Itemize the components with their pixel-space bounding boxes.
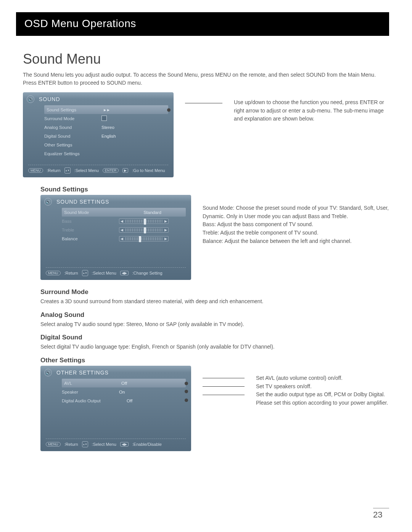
osd-item-equalizer-settings[interactable]: Equalizer Settings (44, 149, 168, 158)
other-settings-row: 🔊 OTHER SETTINGS AVL Off Speaker On Digi… (40, 366, 389, 451)
osd-item-value: Stereo (101, 125, 168, 130)
leftright-icon: ◀▶ (120, 442, 129, 447)
menu-button-icon: MENU (46, 271, 61, 275)
updown-icon: ▲▼ (82, 270, 88, 276)
speaker-icon: 🔊 (27, 95, 34, 103)
footer-select: :Select Menu (92, 271, 116, 275)
sound-menu-panel: 🔊 SOUND Sound Settings ▸ ▸ Surround Mode… (23, 92, 174, 177)
osd-item-value: Off (127, 399, 186, 403)
callout-dot-icon (185, 399, 188, 402)
page-header: OSD Menu Operations (16, 12, 389, 36)
osd-item-value: On (119, 390, 186, 394)
osd-item-label: Other Settings (44, 143, 101, 147)
footer-select: :Select Menu (74, 168, 99, 173)
osd-title: SOUND (39, 96, 168, 102)
footer-return: :Return (47, 168, 61, 173)
digital-heading: Digital Sound (40, 334, 389, 341)
footer-goto: :Go to Next Menu (132, 168, 165, 173)
callout-avl: Set AVL (auto volume control) on/off. (256, 374, 389, 383)
osd-item-treble: Treble ◀▶ (62, 225, 186, 234)
analog-desc: Select analog TV audio sound type: Stere… (40, 320, 389, 329)
speaker-icon: 🔊 (44, 198, 52, 206)
page-number: 23 (373, 508, 389, 520)
callout-speaker: Set TV speakers on/off. (256, 383, 389, 391)
osd-item-label: Bass (62, 219, 119, 223)
osd-item-other-settings[interactable]: Other Settings (44, 140, 168, 149)
desc-line: Balance: Adjust the balance between the … (203, 237, 389, 246)
surround-desc: Creates a 3D sound surround from standar… (40, 297, 389, 306)
osd-item-avl[interactable]: AVL Off (62, 379, 186, 387)
desc-line: Treble: Adjust the treble component of T… (203, 229, 389, 237)
other-settings-panel: 🔊 OTHER SETTINGS AVL Off Speaker On Digi… (40, 366, 191, 451)
osd-item-digital-sound[interactable]: Digital Sound English (44, 132, 168, 140)
updown-icon: ▲▼ (64, 167, 71, 174)
sound-menu-desc: Use up/down to choose the function you n… (234, 98, 389, 123)
sound-settings-heading: Sound Settings (40, 186, 389, 193)
other-heading: Other Settings (40, 357, 389, 364)
speaker-icon: 🔊 (44, 369, 52, 376)
osd-list: Sound Mode Standard Bass ◀▶ Treble ◀▶ Ba… (62, 208, 186, 260)
enter-button-icon: ENTER (103, 168, 119, 173)
osd-item-label: Surround Mode (44, 116, 101, 121)
osd-footer: MENU :Return ▲▼ :Select Menu ENTER ▶ :Go… (28, 165, 168, 174)
footer-select: :Select Menu (92, 442, 116, 447)
analog-heading: Analog Sound (40, 311, 389, 319)
footer-enable: :Enable/Disable (132, 442, 162, 447)
osd-item-label: Sound Mode (64, 210, 121, 215)
desc-line: Bass: Adjust the bass component of TV so… (203, 220, 389, 229)
footer-return: :Return (64, 442, 78, 447)
callout-dot-icon (167, 108, 171, 112)
osd-item-label: Sound Settings (47, 108, 104, 112)
callout-dot-icon (185, 390, 188, 393)
callout-dao: Set the audio output type as Off, PCM or… (256, 391, 389, 407)
menu-button-icon: MENU (28, 168, 43, 173)
osd-item-analog-sound[interactable]: Analog Sound Stereo (44, 123, 168, 132)
osd-item-sound-mode[interactable]: Sound Mode Standard (62, 208, 186, 217)
footer-change: :Change Setting (132, 271, 163, 275)
sound-settings-row: 🔊 SOUND SETTINGS Sound Mode Standard Bas… (40, 195, 389, 280)
osd-item-label: Balance (62, 236, 119, 241)
osd-list: AVL Off Speaker On Digital Audio Output … (62, 379, 186, 432)
osd-item-label: Treble (62, 228, 119, 232)
sound-settings-panel: 🔊 SOUND SETTINGS Sound Mode Standard Bas… (40, 195, 191, 280)
osd-item-value: Off (121, 381, 183, 386)
slider-icon: ◀▶ (119, 219, 186, 224)
intro-text: The Sound Menu lets you adjust audio out… (23, 71, 389, 87)
other-settings-desc: Set AVL (auto volume control) on/off. Se… (256, 374, 389, 407)
osd-item-sound-settings[interactable]: Sound Settings ▸ ▸ (44, 105, 168, 114)
osd-item-label: Analog Sound (44, 125, 101, 130)
leftright-icon: ◀▶ (120, 271, 129, 275)
slider-icon: ◀▶ (119, 227, 186, 233)
osd-item-balance[interactable]: Balance ◀▶ (62, 234, 186, 243)
osd-item-label: AVL (64, 381, 121, 386)
osd-footer: MENU :Return ▲▼ :Select Menu ◀▶ :Enable/… (46, 439, 186, 447)
menu-button-icon: MENU (46, 442, 61, 447)
osd-item-label: Digital Audio Output (62, 399, 127, 403)
checkbox-icon (101, 116, 168, 122)
updown-icon: ▲▼ (82, 441, 88, 447)
osd-item-surround-mode[interactable]: Surround Mode (44, 114, 168, 123)
osd-item-label: Speaker (62, 390, 119, 394)
osd-item-bass: Bass ◀▶ (62, 217, 186, 225)
osd-item-value: Standard (121, 210, 183, 215)
osd-item-label: Digital Sound (44, 134, 101, 138)
slider-icon: ◀▶ (119, 236, 186, 241)
osd-item-value: English (101, 134, 168, 138)
osd-footer: MENU :Return ▲▼ :Select Menu ◀▶ :Change … (46, 267, 186, 276)
osd-item-value: ▸ ▸ (104, 107, 166, 113)
callout-dot-icon (185, 382, 188, 385)
digital-desc: Select digital TV audio language type: E… (40, 343, 389, 351)
osd-list: Sound Settings ▸ ▸ Surround Mode Analog … (44, 105, 168, 158)
page-title: Sound Menu (23, 51, 389, 67)
osd-item-digital-audio-output[interactable]: Digital Audio Output Off (62, 396, 186, 405)
sound-settings-desc: Sound Mode: Choose the preset sound mode… (203, 204, 389, 245)
sound-menu-row: 🔊 SOUND Sound Settings ▸ ▸ Surround Mode… (23, 92, 389, 177)
surround-heading: Surround Mode (40, 288, 389, 296)
desc-line: Sound Mode: Choose the preset sound mode… (203, 204, 389, 220)
osd-title: OTHER SETTINGS (56, 370, 186, 376)
osd-item-speaker[interactable]: Speaker On (62, 387, 186, 396)
footer-return: :Return (64, 271, 78, 275)
header-title: OSD Menu Operations (24, 18, 381, 30)
right-icon: ▶ (122, 168, 128, 173)
osd-item-label: Equalizer Settings (44, 151, 101, 156)
